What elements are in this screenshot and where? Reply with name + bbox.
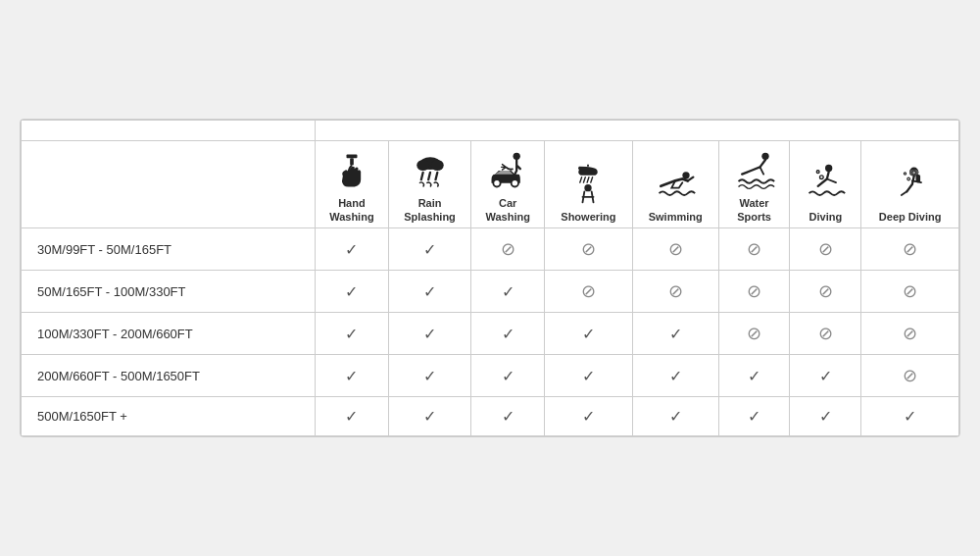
svg-point-10 — [512, 179, 518, 186]
cell-0-5: ⊘ — [718, 228, 790, 271]
svg-point-16 — [683, 172, 690, 178]
definition-header — [22, 120, 316, 140]
swimming-icon — [654, 163, 697, 206]
no-icon: ⊘ — [581, 239, 596, 259]
cell-3-4: ✓ — [632, 355, 718, 397]
icon-header-swimming: Swimming — [632, 140, 718, 228]
svg-point-25 — [906, 177, 909, 180]
icon-label-showering: Showering — [561, 210, 615, 224]
svg-line-5 — [420, 173, 422, 179]
cell-3-3: ✓ — [545, 355, 633, 397]
no-icon: ⊘ — [747, 281, 761, 301]
icon-label-rain-splashing: RainSplashing — [404, 196, 456, 225]
table-row: 50M/165FT - 100M/330FT✓✓✓⊘⊘⊘⊘⊘ — [22, 271, 959, 313]
svg-rect-24 — [915, 175, 920, 182]
cell-4-6: ✓ — [790, 397, 861, 436]
cell-2-0: ✓ — [316, 313, 389, 355]
icon-wrap-deep-diving: Deep Diving — [865, 163, 955, 224]
cell-1-2: ✓ — [471, 271, 545, 313]
range-header — [316, 120, 959, 140]
rain-splashing-icon — [409, 149, 452, 192]
icon-header-rain-splashing: RainSplashing — [388, 140, 471, 228]
cell-2-3: ✓ — [545, 313, 633, 355]
cell-4-2: ✓ — [471, 397, 545, 436]
no-icon: ⊘ — [818, 281, 833, 301]
no-icon: ⊘ — [501, 239, 515, 259]
cell-0-0: ✓ — [316, 228, 389, 271]
icon-header-deep-diving: Deep Diving — [861, 140, 959, 228]
check-icon: ✓ — [345, 241, 358, 258]
check-icon: ✓ — [423, 368, 436, 384]
cell-3-5: ✓ — [718, 355, 790, 397]
check-icon: ✓ — [819, 368, 832, 384]
svg-line-14 — [591, 177, 593, 183]
cell-2-6: ⊘ — [790, 313, 861, 355]
no-icon: ⊘ — [818, 239, 833, 259]
hand-washing-icon — [330, 149, 373, 192]
icon-wrap-swimming: Swimming — [637, 163, 714, 224]
table-row: 100M/330FT - 200M/660FT✓✓✓✓✓⊘⊘⊘ — [22, 313, 959, 355]
def-cell-1: 50M/165FT - 100M/330FT — [22, 271, 316, 313]
cell-4-4: ✓ — [632, 397, 718, 436]
no-icon: ⊘ — [903, 281, 917, 301]
cell-1-0: ✓ — [316, 271, 389, 313]
svg-line-7 — [435, 173, 437, 179]
def-cell-4: 500M/1650FT + — [22, 397, 316, 436]
check-icon: ✓ — [748, 408, 760, 425]
cell-1-5: ⊘ — [718, 271, 790, 313]
icon-header-water-sports: WaterSports — [718, 140, 790, 228]
table-row: 200M/660FT - 500M/1650FT✓✓✓✓✓✓✓⊘ — [22, 355, 959, 397]
cell-2-1: ✓ — [388, 313, 471, 355]
no-icon: ⊘ — [668, 281, 683, 301]
cell-1-3: ⊘ — [545, 271, 633, 313]
cell-1-6: ⊘ — [790, 271, 861, 313]
svg-point-3 — [416, 160, 429, 171]
svg-line-13 — [588, 177, 590, 183]
cell-0-6: ⊘ — [790, 228, 861, 271]
check-icon: ✓ — [582, 368, 595, 384]
no-icon: ⊘ — [668, 239, 683, 259]
diving-icon — [804, 163, 847, 206]
waterproof-table: HandWashing RainSplashing C — [20, 119, 960, 438]
svg-line-12 — [584, 177, 586, 183]
svg-point-19 — [820, 176, 824, 179]
car-washing-icon — [486, 149, 529, 192]
icon-header-hand-washing: HandWashing — [316, 140, 389, 228]
check-icon: ✓ — [502, 326, 514, 342]
check-icon: ✓ — [423, 326, 436, 342]
icon-header-diving: Diving — [790, 140, 861, 228]
icon-label-diving: Diving — [809, 210, 843, 224]
no-icon: ⊘ — [818, 324, 833, 343]
svg-point-26 — [904, 173, 906, 175]
check-icon: ✓ — [423, 408, 436, 425]
check-icon: ✓ — [502, 368, 514, 384]
check-icon: ✓ — [582, 326, 595, 342]
icon-wrap-rain-splashing: RainSplashing — [393, 149, 467, 225]
no-icon: ⊘ — [747, 239, 761, 259]
icon-row-empty — [22, 140, 316, 228]
def-cell-2: 100M/330FT - 200M/660FT — [22, 313, 316, 355]
svg-point-20 — [817, 171, 820, 174]
cell-0-1: ✓ — [388, 228, 471, 271]
cell-4-1: ✓ — [388, 397, 471, 436]
icon-wrap-showering: Showering — [549, 163, 628, 224]
water-sports-icon — [733, 149, 776, 192]
cell-1-1: ✓ — [388, 271, 471, 313]
cell-2-7: ⊘ — [861, 313, 959, 355]
svg-point-9 — [494, 179, 501, 186]
icon-wrap-water-sports: WaterSports — [723, 149, 786, 225]
showering-icon — [566, 163, 610, 206]
no-icon: ⊘ — [903, 239, 917, 259]
check-icon: ✓ — [345, 326, 358, 342]
check-icon: ✓ — [904, 408, 916, 425]
no-icon: ⊘ — [903, 366, 917, 385]
cell-1-7: ⊘ — [861, 271, 959, 313]
cell-4-3: ✓ — [545, 397, 633, 436]
table-row: 30M/99FT - 50M/165FT✓✓⊘⊘⊘⊘⊘⊘ — [22, 228, 959, 271]
check-icon: ✓ — [345, 283, 358, 300]
check-icon: ✓ — [423, 283, 436, 300]
svg-line-6 — [428, 173, 430, 179]
check-icon: ✓ — [819, 408, 832, 425]
check-icon: ✓ — [669, 326, 682, 342]
icon-label-deep-diving: Deep Diving — [879, 210, 942, 224]
